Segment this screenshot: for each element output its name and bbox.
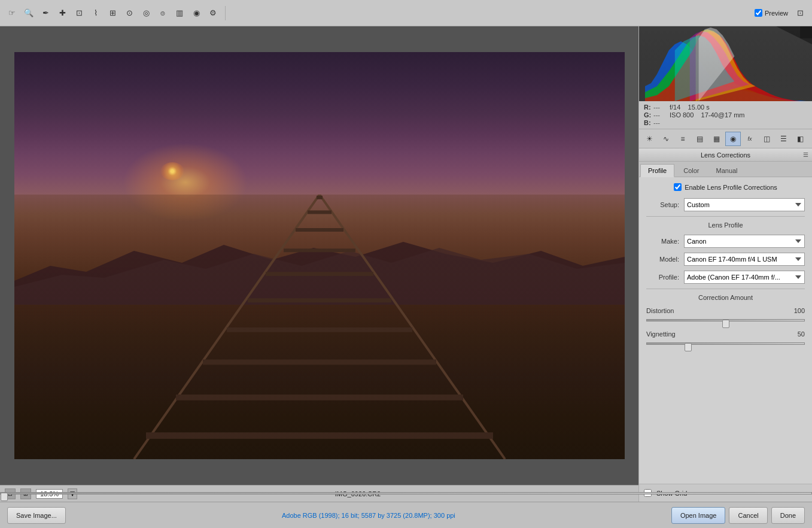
- save-image-btn[interactable]: Save Image...: [7, 507, 66, 524]
- b-row: B: ---: [644, 119, 660, 126]
- tab-profile[interactable]: Profile: [640, 164, 674, 177]
- camera-calib-btn[interactable]: ◫: [759, 132, 774, 146]
- toolbar-right: Preview ⊡: [755, 6, 807, 20]
- grid-size-slider[interactable]: [0, 489, 812, 497]
- radial-btn[interactable]: ◉: [189, 6, 203, 20]
- moon-glow: [160, 162, 184, 180]
- white-balance-btn[interactable]: ✒: [38, 6, 53, 20]
- b-value: ---: [653, 119, 660, 126]
- g-row: G: ---: [644, 111, 660, 119]
- fullscreen-btn[interactable]: ⊡: [793, 6, 807, 20]
- done-btn[interactable]: Done: [771, 507, 805, 524]
- file-info-link[interactable]: Adobe RGB (1998); 16 bit; 5587 by 3725 (…: [282, 512, 455, 519]
- model-row: Model: Canon EF 17-40mm f/4 L USM: [646, 253, 805, 266]
- redeye-btn[interactable]: ◎: [139, 6, 153, 20]
- toolbar: ☞ 🔍 ✒ ✚ ⊡ ⌇ ⊞ ⊙ ◎ ⌾ ▥ ◉ ⚙ Preview ⊡: [0, 0, 812, 26]
- aperture: f/14: [670, 104, 680, 111]
- hsl-btn[interactable]: ≡: [675, 132, 691, 146]
- model-label: Model:: [646, 256, 679, 263]
- vignetting-value: 50: [798, 330, 805, 338]
- show-grid-row: Show Grid: [639, 484, 812, 502]
- setup-row: Setup: Default Auto Custom: [646, 198, 805, 211]
- railroad-tracks: [14, 195, 625, 459]
- profile-label: Profile:: [646, 274, 679, 281]
- panel-title: Lens Corrections: [701, 151, 750, 159]
- correction-amount-title: Correction Amount: [646, 294, 805, 301]
- cancel-btn[interactable]: Cancel: [729, 507, 767, 524]
- enable-lens-row: Enable Lens Profile Corrections: [646, 183, 805, 191]
- exif-info: f/14 15.00 s ISO 800 17-40@17 mm: [670, 104, 745, 126]
- main-area: ⊡ ⊞ 18.3% ▼ IMG_0926.CR2: [0, 26, 812, 502]
- tone-curve-btn[interactable]: ∿: [658, 132, 674, 146]
- gradient-btn[interactable]: ▥: [172, 6, 187, 20]
- bottom-left: Save Image...: [7, 507, 66, 524]
- enable-lens-checkbox[interactable]: [674, 183, 682, 191]
- setup-select[interactable]: Default Auto Custom: [684, 198, 805, 211]
- presets-btn[interactable]: ☰: [775, 132, 791, 146]
- shutter: 15.00 s: [688, 104, 710, 111]
- profile-row: Profile: Adobe (Canon EF 17-40mm f/...: [646, 271, 805, 284]
- divider-1: [646, 216, 805, 217]
- panel-tabs: Profile Color Manual: [639, 162, 812, 177]
- distortion-slider[interactable]: [646, 316, 805, 324]
- setup-label: Setup:: [646, 201, 679, 208]
- adj-brush-btn[interactable]: ⌾: [156, 6, 170, 20]
- g-label: G:: [644, 111, 651, 119]
- enable-lens-label[interactable]: Enable Lens Profile Corrections: [685, 184, 777, 191]
- r-row: R: ---: [644, 104, 660, 111]
- transform-btn[interactable]: ⊞: [105, 6, 120, 20]
- make-select[interactable]: Canon: [684, 235, 805, 248]
- vignetting-track: [646, 339, 805, 348]
- preview-label[interactable]: Preview: [755, 9, 788, 17]
- lens-profile-title: Lens Profile: [646, 221, 805, 229]
- rgb-values: R: --- G: --- B: ---: [644, 104, 660, 126]
- distortion-header: Distortion 100: [646, 307, 805, 314]
- crop-btn[interactable]: ⊡: [72, 6, 86, 20]
- aperture-shutter: f/14 15.00 s: [670, 104, 745, 111]
- spot-removal-btn[interactable]: ⊙: [122, 6, 136, 20]
- panel-menu-btn[interactable]: ☰: [803, 151, 808, 158]
- color-sampler-btn[interactable]: ✚: [55, 6, 69, 20]
- panel-title-bar: Lens Corrections ☰: [639, 148, 812, 162]
- distortion-row: Distortion 100: [646, 307, 805, 324]
- vignetting-label: Vignetting: [646, 330, 676, 338]
- distortion-track: [646, 316, 805, 324]
- split-tone-btn[interactable]: ▤: [692, 132, 707, 146]
- photo-background: [14, 52, 625, 459]
- b-label: B:: [644, 119, 651, 126]
- right-panel: R: --- G: --- B: --- f/14 15.00 s: [638, 26, 812, 502]
- svg-rect-13: [800, 26, 812, 38]
- r-value: ---: [653, 104, 660, 111]
- make-label: Make:: [646, 238, 679, 245]
- vignetting-header: Vignetting 50: [646, 330, 805, 338]
- canvas-area: ⊡ ⊞ 18.3% ▼ IMG_0926.CR2: [0, 26, 638, 502]
- bottom-right: Open Image Cancel Done: [671, 507, 805, 524]
- snapshots-btn[interactable]: ◧: [792, 132, 808, 146]
- lens-corrections-btn[interactable]: ◉: [725, 132, 741, 146]
- vignetting-row: Vignetting 50: [646, 330, 805, 348]
- panel-tool-icons-row: ☀ ∿ ≡ ▤ ▦ ◉ fx ◫ ☰ ◧: [639, 129, 812, 148]
- g-value: ---: [653, 111, 660, 119]
- tab-color[interactable]: Color: [676, 164, 707, 177]
- preview-checkbox[interactable]: [755, 9, 762, 17]
- tab-manual[interactable]: Manual: [708, 164, 745, 177]
- prefs-btn[interactable]: ⚙: [206, 6, 220, 20]
- basic-panel-btn[interactable]: ☀: [641, 132, 657, 146]
- effects-btn[interactable]: fx: [742, 132, 758, 146]
- hand-tool-btn[interactable]: ☞: [5, 6, 19, 20]
- r-label: R:: [644, 104, 651, 111]
- bottom-bar: Save Image... Adobe RGB (1998); 16 bit; …: [0, 502, 812, 528]
- model-select[interactable]: Canon EF 17-40mm f/4 L USM: [684, 253, 805, 266]
- straighten-btn[interactable]: ⌇: [89, 6, 103, 20]
- iso: ISO 800: [670, 111, 694, 119]
- preview-text: Preview: [765, 10, 788, 17]
- profile-select[interactable]: Adobe (Canon EF 17-40mm f/...: [684, 271, 805, 284]
- tool-group-main: ☞ 🔍 ✒ ✚ ⊡ ⌇ ⊞ ⊙ ◎ ⌾ ▥ ◉ ⚙: [5, 6, 226, 20]
- detail-btn[interactable]: ▦: [708, 132, 724, 146]
- zoom-tool-btn[interactable]: 🔍: [22, 6, 36, 20]
- image-container[interactable]: [0, 26, 638, 485]
- vignetting-slider[interactable]: [646, 339, 805, 348]
- iso-focal: ISO 800 17-40@17 mm: [670, 111, 745, 119]
- svg-rect-12: [639, 26, 812, 101]
- open-image-btn[interactable]: Open Image: [671, 507, 726, 524]
